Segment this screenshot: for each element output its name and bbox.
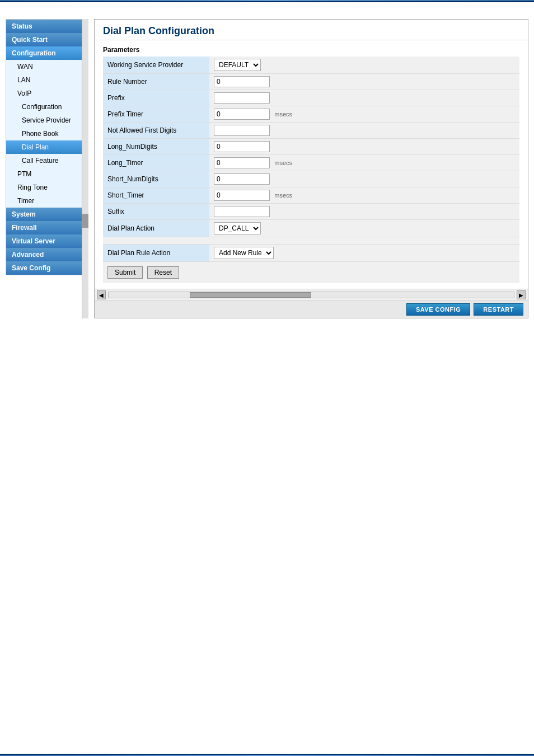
rule-number-input[interactable] — [214, 76, 270, 87]
field-value-long-timer: msecs — [209, 155, 519, 171]
field-value-prefix-timer: msecs — [209, 106, 519, 123]
table-row: Long_NumDigits — [103, 139, 519, 155]
table-row-rule-action: Dial Plan Rule Action Add New Rule — [103, 245, 519, 262]
long-timer-msecs-label: msecs — [274, 159, 292, 166]
scroll-thumb — [190, 292, 311, 298]
field-label-long-numdigits: Long_NumDigits — [103, 139, 209, 155]
sidebar-item-voip-configuration[interactable]: Configuration — [6, 100, 88, 114]
field-value-suffix — [209, 204, 519, 220]
short-timer-msecs-label: msecs — [274, 192, 292, 199]
sidebar-item-status[interactable]: Status — [6, 20, 88, 33]
field-label-dial-plan-action: Dial Plan Action — [103, 220, 209, 237]
field-label-prefix: Prefix — [103, 90, 209, 106]
sidebar-item-voip[interactable]: VoIP — [6, 87, 88, 100]
sidebar-item-ptm[interactable]: PTM — [6, 167, 88, 181]
top-border — [0, 0, 534, 2]
dial-plan-rule-action-select[interactable]: Add New Rule — [214, 247, 274, 259]
field-label-prefix-timer: Prefix Timer — [103, 106, 209, 123]
field-label-short-timer: Short_Timer — [103, 187, 209, 204]
field-label-working-service-provider: Working Service Provider — [103, 57, 209, 74]
submit-row: Submit Reset — [103, 262, 519, 283]
field-value-working-service-provider: DEFAULT — [209, 57, 519, 74]
working-service-provider-select[interactable]: DEFAULT — [214, 59, 261, 71]
sidebar-item-firewall[interactable]: Firewall — [6, 221, 88, 234]
field-label-suffix: Suffix — [103, 204, 209, 220]
prefix-timer-input[interactable] — [214, 109, 270, 120]
field-label-short-numdigits: Short_NumDigits — [103, 171, 209, 187]
field-label-not-allowed-first-digits: Not Allowed First Digits — [103, 123, 209, 139]
table-row: Working Service Provider DEFAULT — [103, 57, 519, 74]
table-row: Prefix — [103, 90, 519, 106]
save-config-button[interactable]: SAVE CONFIG — [406, 303, 470, 316]
short-timer-input[interactable] — [214, 190, 270, 201]
sidebar-item-call-feature[interactable]: Call Feature — [6, 154, 88, 167]
field-label-long-timer: Long_Timer — [103, 155, 209, 171]
table-row: Suffix — [103, 204, 519, 220]
long-timer-input[interactable] — [214, 157, 270, 168]
sidebar-item-wan[interactable]: WAN — [6, 60, 88, 73]
table-row: Not Allowed First Digits — [103, 123, 519, 139]
field-value-not-allowed-first-digits — [209, 123, 519, 139]
prefix-timer-msecs-label: msecs — [274, 111, 292, 118]
prefix-input[interactable] — [214, 92, 270, 104]
not-allowed-first-digits-input[interactable] — [214, 125, 270, 136]
footer-buttons: SAVE CONFIG RESTART — [95, 300, 528, 318]
submit-button[interactable]: Submit — [107, 266, 143, 279]
table-row: Rule Number — [103, 74, 519, 90]
field-label-dial-plan-rule-action: Dial Plan Rule Action — [103, 245, 209, 262]
sidebar: Status Quick Start Configuration WAN LAN… — [6, 19, 88, 318]
field-value-long-numdigits — [209, 139, 519, 155]
table-row: Short_NumDigits — [103, 171, 519, 187]
field-value-short-numdigits — [209, 171, 519, 187]
sidebar-item-configuration[interactable]: Configuration — [6, 46, 88, 60]
sidebar-item-quick-start[interactable]: Quick Start — [6, 33, 88, 46]
dial-plan-action-select[interactable]: DP_CALL — [214, 222, 261, 234]
divider-row — [103, 237, 519, 245]
bottom-border — [0, 754, 534, 756]
table-row: Long_Timer msecs — [103, 155, 519, 171]
params-table: Working Service Provider DEFAULT Rule Nu… — [103, 57, 519, 262]
sidebar-item-phone-book[interactable]: Phone Book — [6, 127, 88, 140]
sidebar-item-dial-plan[interactable]: Dial Plan — [6, 140, 88, 154]
sidebar-item-virtual-server[interactable]: Virtual Server — [6, 234, 88, 248]
reset-button[interactable]: Reset — [147, 266, 179, 279]
restart-button[interactable]: RESTART — [474, 303, 523, 316]
field-value-short-timer: msecs — [209, 187, 519, 204]
scroll-right-button[interactable]: ▶ — [517, 290, 526, 299]
horizontal-scrollbar: ◀ ▶ — [95, 289, 528, 300]
sidebar-item-save-config[interactable]: Save Config — [6, 261, 88, 275]
field-label-rule-number: Rule Number — [103, 74, 209, 90]
scroll-left-button[interactable]: ◀ — [97, 290, 106, 299]
scroll-track[interactable] — [108, 292, 514, 298]
params-header: Parameters — [103, 46, 519, 54]
field-value-dial-plan-action: DP_CALL — [209, 220, 519, 237]
sidebar-item-system[interactable]: System — [6, 208, 88, 221]
sidebar-item-ring-tone[interactable]: Ring Tone — [6, 181, 88, 194]
page-title: Dial Plan Configuration — [95, 20, 528, 40]
sidebar-item-timer[interactable]: Timer — [6, 194, 88, 208]
table-row: Dial Plan Action DP_CALL — [103, 220, 519, 237]
short-numdigits-input[interactable] — [214, 173, 270, 185]
sidebar-item-service-provider[interactable]: Service Provider — [6, 114, 88, 127]
table-row: Prefix Timer msecs — [103, 106, 519, 123]
table-row: Short_Timer msecs — [103, 187, 519, 204]
long-numdigits-input[interactable] — [214, 141, 270, 152]
field-value-dial-plan-rule-action: Add New Rule — [209, 245, 519, 262]
suffix-input[interactable] — [214, 206, 270, 217]
sidebar-item-lan[interactable]: LAN — [6, 73, 88, 87]
field-value-prefix — [209, 90, 519, 106]
field-value-rule-number — [209, 74, 519, 90]
sidebar-item-advanced[interactable]: Advanced — [6, 248, 88, 261]
